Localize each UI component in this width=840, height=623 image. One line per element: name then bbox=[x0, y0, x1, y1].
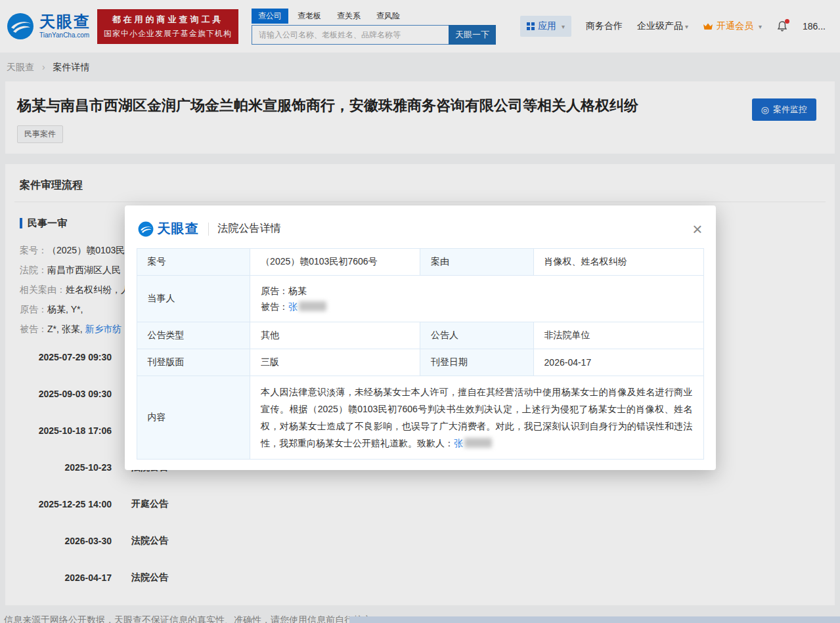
cause-label: 案由 bbox=[420, 249, 533, 276]
content-value: 本人因法律意识淡薄，未经杨某女士本人许可，擅自在其经营活动中使用杨某女士的肖像及… bbox=[250, 376, 703, 460]
page-value: 三版 bbox=[250, 349, 420, 376]
redacted-name bbox=[464, 438, 492, 448]
redacted-name bbox=[299, 301, 326, 311]
case-no-label: 案号 bbox=[137, 249, 250, 276]
announcement-table: 案号 （2025）赣0103民初7606号 案由 肖像权、姓名权纠纷 当事人 原… bbox=[137, 248, 704, 460]
content-label: 内容 bbox=[137, 376, 250, 460]
table-row-type: 公告类型 其他 公告人 非法院单位 bbox=[137, 322, 703, 349]
announcer-value: 非法院单位 bbox=[533, 322, 703, 349]
apologizer-link[interactable]: 张 bbox=[454, 438, 463, 448]
parties-label: 当事人 bbox=[137, 276, 250, 322]
close-icon[interactable]: × bbox=[692, 221, 702, 238]
modal-logo: 天眼查 bbox=[138, 220, 199, 238]
tianyancha-logo-icon bbox=[138, 221, 154, 237]
plaintiff-line: 原告：杨某 bbox=[261, 283, 692, 299]
announcer-label: 公告人 bbox=[420, 322, 533, 349]
table-row-parties: 当事人 原告：杨某 被告：张 bbox=[137, 276, 703, 322]
modal-header: 天眼查 法院公告详情 × bbox=[125, 205, 716, 248]
divider bbox=[208, 223, 209, 236]
defendant-line: 被告：张 bbox=[261, 299, 692, 314]
modal-title: 法院公告详情 bbox=[218, 222, 281, 236]
table-row-content: 内容 本人因法律意识淡薄，未经杨某女士本人许可，擅自在其经营活动中使用杨某女士的… bbox=[137, 376, 703, 460]
table-row-publication: 刊登版面 三版 刊登日期 2026-04-17 bbox=[137, 349, 703, 376]
court-announcement-modal: 天眼查 法院公告详情 × 案号 （2025）赣0103民初7606号 案由 肖像… bbox=[125, 205, 716, 470]
table-row-case-no: 案号 （2025）赣0103民初7606号 案由 肖像权、姓名权纠纷 bbox=[137, 249, 703, 276]
cause-value: 肖像权、姓名权纠纷 bbox=[533, 249, 703, 276]
announce-type-value: 其他 bbox=[250, 322, 420, 349]
pub-date-value: 2026-04-17 bbox=[533, 349, 703, 376]
parties-value: 原告：杨某 被告：张 bbox=[250, 276, 703, 322]
modal-logo-name: 天眼查 bbox=[158, 220, 199, 238]
case-no-value: （2025）赣0103民初7606号 bbox=[250, 249, 420, 276]
announce-type-label: 公告类型 bbox=[137, 322, 250, 349]
pub-date-label: 刊登日期 bbox=[420, 349, 533, 376]
page-label: 刊登版面 bbox=[137, 349, 250, 376]
defendant-link[interactable]: 张 bbox=[288, 301, 298, 312]
